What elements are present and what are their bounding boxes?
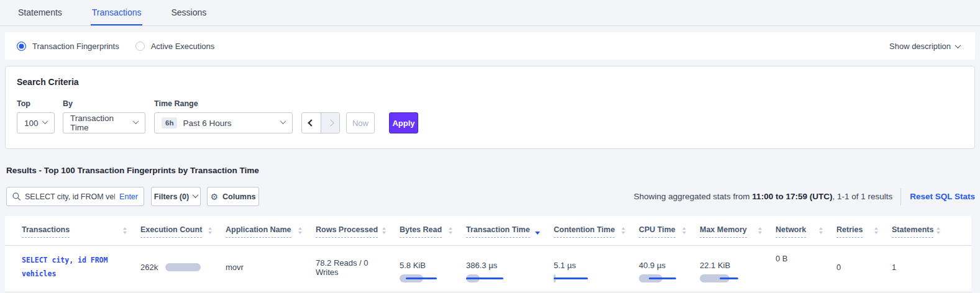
- rows-processed-cell: 78.2 Reads / 0 Writes: [316, 258, 400, 277]
- sort-icon[interactable]: [621, 227, 625, 234]
- time-range-select[interactable]: 6h Past 6 Hours: [154, 112, 293, 133]
- sort-icon[interactable]: [682, 227, 686, 234]
- cpu-time-cell: 40.9 µs: [639, 261, 700, 274]
- chevron-down-icon: [955, 42, 961, 48]
- results-controls-row: Enter Filters (0) ⚙ Columns Showing aggr…: [6, 187, 975, 206]
- filters-button-label: Filters (0): [154, 192, 189, 201]
- bytes-read-cell: 5.8 KiB: [400, 261, 466, 274]
- column-header-bytes-read: Bytes Read: [400, 225, 466, 245]
- chevron-down-icon: [133, 118, 139, 124]
- top-field-label: Top: [17, 99, 63, 108]
- by-select[interactable]: Transaction Time: [63, 112, 145, 133]
- aggregated-stats-text: Showing aggregated stats from 11:00 to 1…: [634, 192, 892, 201]
- radio-unselected-icon: [135, 42, 145, 51]
- tab-statements[interactable]: Statements: [17, 0, 63, 25]
- radio-selected-icon: [17, 42, 26, 51]
- apply-button[interactable]: Apply: [389, 112, 418, 133]
- page-tabs: Statements Transactions Sessions: [0, 0, 980, 26]
- search-enter-button[interactable]: Enter: [119, 192, 138, 201]
- statement-search-box: Enter: [6, 187, 144, 206]
- column-header-retries: Retries: [836, 225, 892, 245]
- stats-time-range: 11:00 to 17:59 (UTC): [752, 192, 832, 201]
- column-header-statements: Statements: [892, 225, 954, 245]
- reset-sql-stats-link[interactable]: Reset SQL Stats: [910, 192, 975, 201]
- column-header-contention-time: Contention Time: [554, 225, 639, 245]
- column-header-execution-count: Execution Count: [140, 225, 226, 245]
- radio-transaction-fingerprints[interactable]: Transaction Fingerprints: [17, 42, 119, 51]
- filters-button[interactable]: Filters (0): [151, 187, 201, 206]
- show-description-label: Show description: [889, 42, 951, 51]
- chevron-down-icon: [280, 118, 286, 124]
- sort-icon-active-desc[interactable]: [535, 227, 540, 235]
- aggregated-stats-area: Showing aggregated stats from 11:00 to 1…: [634, 188, 975, 205]
- sort-icon[interactable]: [936, 227, 940, 234]
- radio-label: Transaction Fingerprints: [32, 42, 119, 51]
- chevron-right-icon: [327, 119, 334, 126]
- search-icon: [12, 192, 21, 201]
- time-range-next-button[interactable]: [321, 113, 339, 133]
- table-header-row: Transactions Execution Count Application…: [5, 216, 971, 246]
- time-range-prev-button[interactable]: [302, 113, 321, 133]
- tab-sessions[interactable]: Sessions: [170, 0, 208, 25]
- time-range-value: Past 6 Hours: [183, 119, 231, 128]
- columns-button-label: Columns: [222, 192, 255, 201]
- sort-icon[interactable]: [382, 227, 386, 234]
- chevron-down-icon: [193, 192, 199, 198]
- network-cell: 0 B: [776, 254, 836, 263]
- execution-count-bar: [165, 263, 201, 271]
- show-description-toggle[interactable]: Show description: [889, 42, 960, 51]
- execution-count-cell: 262k: [140, 263, 226, 272]
- time-range-arrows: [301, 112, 340, 133]
- column-header-cpu-time: CPU Time: [639, 225, 700, 245]
- divider: [900, 188, 901, 205]
- max-memory-cell: 22.1 KiB: [700, 261, 776, 274]
- contention-time-cell: 5.1 µs: [554, 261, 639, 274]
- results-table-card: Transactions Execution Count Application…: [5, 216, 971, 293]
- by-select-value: Transaction Time: [70, 114, 134, 132]
- sort-icon[interactable]: [819, 227, 823, 234]
- time-range-badge: 6h: [162, 117, 177, 128]
- top-select-value: 100: [24, 119, 39, 128]
- search-criteria-title: Search Criteria: [17, 77, 963, 87]
- column-header-application-name: Application Name: [226, 225, 316, 245]
- application-name-cell: movr: [226, 263, 316, 272]
- sort-icon[interactable]: [298, 227, 302, 234]
- retries-cell: 0: [836, 263, 892, 272]
- sort-icon[interactable]: [449, 227, 452, 234]
- statements-cell: 1: [892, 263, 954, 272]
- chevron-down-icon: [42, 118, 48, 124]
- gear-icon: ⚙: [210, 192, 218, 201]
- columns-button[interactable]: ⚙ Columns: [207, 187, 259, 206]
- sort-icon[interactable]: [758, 227, 762, 234]
- column-header-transaction-time: Transaction Time: [466, 225, 554, 245]
- table-row: SELECT city, id FROM vehicles 262k movr …: [5, 246, 971, 292]
- column-header-network: Network: [776, 225, 836, 245]
- search-input[interactable]: [25, 192, 115, 201]
- column-header-transactions: Transactions: [22, 225, 140, 245]
- now-button[interactable]: Now: [346, 112, 375, 133]
- search-criteria-card: Search Criteria Top 100 By Transaction T…: [5, 66, 975, 149]
- sort-icon[interactable]: [123, 227, 127, 234]
- time-range-field-label: Time Range: [154, 99, 301, 108]
- view-toggle-group: Transaction Fingerprints Active Executio…: [17, 42, 214, 51]
- radio-active-executions[interactable]: Active Executions: [135, 42, 215, 51]
- by-field-label: By: [63, 99, 154, 108]
- tab-transactions[interactable]: Transactions: [91, 0, 143, 25]
- radio-label: Active Executions: [151, 42, 215, 51]
- column-header-max-memory: Max Memory: [700, 225, 776, 245]
- transaction-time-cell: 386.3 µs: [466, 261, 554, 274]
- top-select[interactable]: 100: [17, 112, 55, 133]
- sort-icon[interactable]: [874, 227, 878, 234]
- chevron-left-icon: [308, 119, 314, 126]
- results-heading: Results - Top 100 Transaction Fingerprin…: [6, 166, 980, 175]
- view-toggle-strip: Transaction Fingerprints Active Executio…: [5, 32, 975, 60]
- transaction-fingerprint-link[interactable]: SELECT city, id FROM vehicles: [22, 254, 118, 281]
- sort-icon[interactable]: [208, 227, 212, 234]
- column-header-rows-processed: Rows Processed: [316, 225, 400, 245]
